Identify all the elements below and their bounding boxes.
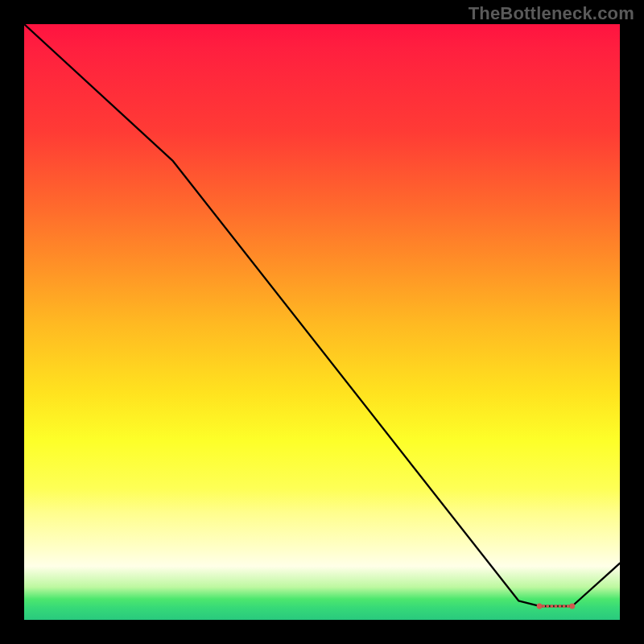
marker-dot bbox=[558, 605, 561, 608]
marker-dot bbox=[537, 604, 543, 609]
chart-svg bbox=[24, 24, 620, 620]
marker-dot bbox=[563, 605, 566, 608]
data-curve bbox=[24, 24, 620, 606]
marker-dot bbox=[567, 605, 570, 608]
plot-area bbox=[24, 24, 620, 620]
marker-dot bbox=[546, 605, 549, 608]
marker-dot bbox=[554, 605, 557, 608]
chart-container: TheBottleneck.com bbox=[0, 0, 644, 644]
marker-dot bbox=[569, 604, 575, 609]
attribution-text: TheBottleneck.com bbox=[469, 3, 634, 24]
marker-group bbox=[537, 604, 576, 609]
marker-dot bbox=[550, 605, 553, 608]
marker-dot bbox=[542, 605, 545, 608]
